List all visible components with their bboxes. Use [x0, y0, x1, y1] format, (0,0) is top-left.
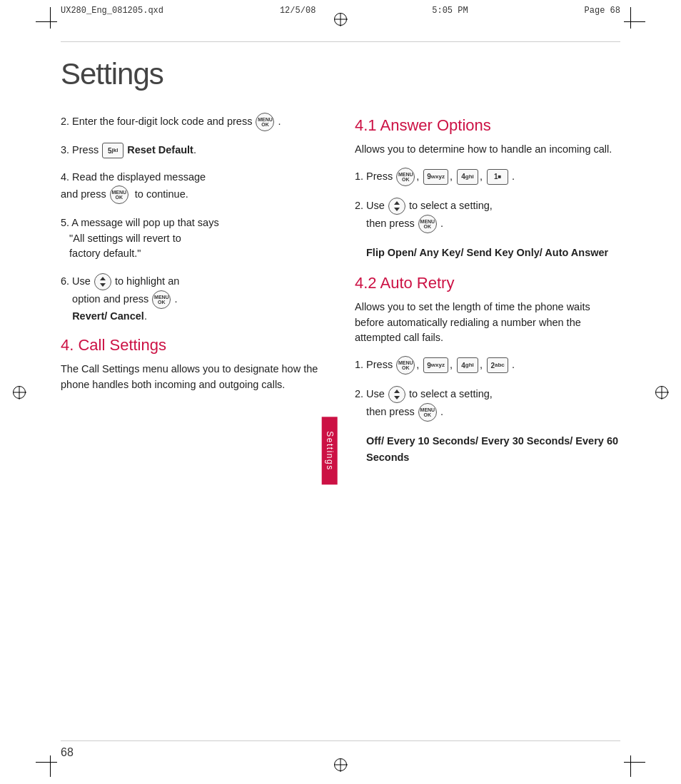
- page-title: Settings: [61, 57, 620, 91]
- menu-ok-icon-4: MENUOK: [418, 403, 437, 422]
- auto-retry-options-list: Off/ Every 10 Seconds/ Every 30 Seconds/…: [366, 433, 620, 466]
- menu-ok-icon-2: MENUOK: [418, 215, 437, 233]
- retry-step-2-text: 2. Use to select a setting, then press M…: [355, 388, 493, 417]
- nav-icon-step6: [94, 273, 111, 290]
- crop-mark-tl-h: [36, 21, 57, 22]
- hr-bottom: [61, 740, 620, 741]
- step-4-text: 4. Read the displayed messageand press M…: [61, 171, 206, 200]
- crop-mark-tr-h: [624, 21, 645, 22]
- sidebar-tab: Settings: [321, 417, 337, 484]
- 5jkl-key: 5 jkl: [102, 143, 123, 158]
- step-6: 6. Use to highlight an option and press …: [61, 273, 326, 325]
- nav-icon-4-2: [388, 386, 405, 403]
- left-column: 2. Enter the four-digit lock code and pr…: [61, 113, 326, 727]
- reg-circle-left: [13, 386, 26, 399]
- step-4: 4. Read the displayed messageand press M…: [61, 170, 326, 204]
- 1key-1: 1 ■: [487, 169, 508, 185]
- reg-circle-right: [655, 386, 668, 399]
- call-settings-desc: The Call Settings menu allows you to des…: [61, 362, 326, 393]
- 9wxyz-key-1: 9 wxyz: [423, 169, 448, 185]
- answer-options-heading: 4.1 Answer Options: [355, 116, 620, 135]
- answer-options-desc: Allows you to determine how to handle an…: [355, 142, 620, 158]
- header-time: 5:05 PM: [432, 6, 468, 16]
- retry-step-1-text: 1. Press MENUOK, 9 wxyz, 4 ghi, 2 abc .: [355, 359, 515, 370]
- two-column-layout: 2. Enter the four-digit lock code and pr…: [61, 113, 620, 727]
- header-date: 12/5/08: [280, 6, 316, 16]
- crop-mark-bl-h: [36, 762, 57, 763]
- step-2: 2. Enter the four-digit lock code and pr…: [61, 113, 326, 131]
- answer-step-2-text: 2. Use to select a setting, then press M…: [355, 200, 493, 229]
- header-page: Page 68: [585, 6, 620, 16]
- reg-circle-bottom: [334, 758, 347, 771]
- crop-mark-tr-v: [630, 7, 631, 29]
- retry-step-1: 1. Press MENUOK, 9 wxyz, 4 ghi, 2 abc .: [355, 356, 620, 375]
- menu-ok-icon-3: MENUOK: [396, 356, 415, 375]
- step-5: 5. A message will pop up that says "All …: [61, 215, 326, 262]
- revert-cancel-text: Revert/ Cancel: [72, 310, 144, 322]
- step-6-text: 6. Use to highlight an option and press …: [61, 275, 179, 322]
- answer-step-1-text: 1. Press MENUOK, 9 wxyz, 4 ghi, 1 ■ .: [355, 170, 515, 182]
- hr-top: [61, 41, 620, 42]
- crop-mark-br-h: [624, 762, 645, 763]
- answer-options-list: Flip Open/ Any Key/ Send Key Only/ Auto …: [366, 245, 620, 261]
- auto-retry-heading: 4.2 Auto Retry: [355, 274, 620, 292]
- answer-step-1: 1. Press MENUOK, 9 wxyz, 4 ghi, 1 ■ .: [355, 168, 620, 186]
- crop-mark-tl-v: [50, 7, 51, 29]
- crop-mark-br-v: [630, 755, 631, 777]
- step-3-bold: Reset Default: [127, 144, 193, 156]
- 9wxyz-key-2: 9 wxyz: [423, 357, 448, 373]
- page-number: 68: [61, 746, 74, 759]
- header-bar: UX280_Eng_081205.qxd 12/5/08 5:05 PM Pag…: [61, 6, 620, 16]
- 4ghi-key-1: 4 ghi: [457, 169, 478, 185]
- 2abc-key: 2 abc: [487, 357, 508, 373]
- step-3: 3. Press 5 jkl Reset Default.: [61, 143, 326, 158]
- call-settings-heading: 4. Call Settings: [61, 336, 326, 355]
- ok-button-icon: MENUOK: [256, 113, 274, 131]
- header-filename: UX280_Eng_081205.qxd: [61, 6, 163, 16]
- retry-step-2: 2. Use to select a setting, then press M…: [355, 386, 620, 422]
- nav-icon-4-1: [388, 198, 405, 215]
- auto-retry-desc: Allows you to set the length of time the…: [355, 300, 620, 346]
- ok-button-2-icon: MENUOK: [110, 185, 128, 204]
- step-3-text: 3. Press 5 jkl Reset Default.: [61, 144, 196, 156]
- crop-mark-bl-v: [50, 755, 51, 777]
- step-5-text: 5. A message will pop up that says "All …: [61, 217, 219, 260]
- menu-ok-icon-1: MENUOK: [396, 168, 415, 186]
- right-column: 4.1 Answer Options Allows you to determi…: [355, 113, 620, 727]
- 4ghi-key-2: 4 ghi: [457, 357, 478, 373]
- content-area: Settings 2. Enter the four-digit lock co…: [61, 57, 620, 727]
- step-2-text: 2. Enter the four-digit lock code and pr…: [61, 116, 281, 127]
- answer-step-2: 2. Use to select a setting, then press M…: [355, 198, 620, 233]
- ok-button-3-icon: MENUOK: [152, 290, 171, 309]
